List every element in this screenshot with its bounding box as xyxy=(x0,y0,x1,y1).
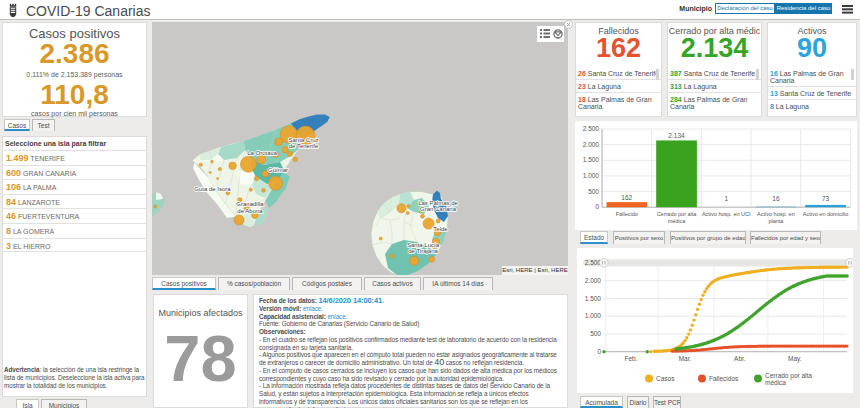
svg-text:planta: planta xyxy=(768,218,784,224)
svg-text:Fallecido: Fallecido xyxy=(616,211,638,217)
svg-text:May.: May. xyxy=(788,355,802,363)
svg-text:2.500: 2.500 xyxy=(583,125,600,132)
svg-text:La Orotava: La Orotava xyxy=(247,150,277,156)
svg-text:2.134: 2.134 xyxy=(668,132,685,139)
svg-text:Telde: Telde xyxy=(433,226,448,232)
svg-text:16: 16 xyxy=(772,195,780,202)
svg-text:Mar.: Mar. xyxy=(679,355,692,362)
svg-text:Las Palmas de: Las Palmas de xyxy=(418,200,458,206)
svg-text:Activo en domicilio: Activo en domicilio xyxy=(803,211,849,217)
svg-text:2.000: 2.000 xyxy=(583,141,600,148)
svg-text:de Tenerife: de Tenerife xyxy=(289,143,319,149)
svg-text:Granadilla: Granadilla xyxy=(236,201,264,207)
svg-text:1.000: 1.000 xyxy=(585,312,602,319)
svg-text:Santa Lucía: Santa Lucía xyxy=(407,242,440,248)
svg-text:1.500: 1.500 xyxy=(583,156,600,163)
svg-text:médica: médica xyxy=(765,379,786,386)
svg-text:0: 0 xyxy=(597,348,601,355)
svg-text:Santa Cruz: Santa Cruz xyxy=(288,137,318,143)
svg-text:0: 0 xyxy=(595,203,599,210)
svg-text:Abr.: Abr. xyxy=(734,355,746,362)
svg-text:500: 500 xyxy=(588,188,599,195)
svg-text:Gran Canaria: Gran Canaria xyxy=(420,206,457,212)
svg-text:Fallecidos: Fallecidos xyxy=(709,375,739,382)
svg-text:Feb.: Feb. xyxy=(624,355,637,362)
svg-text:1.000: 1.000 xyxy=(583,172,600,179)
svg-text:Cerrado por alta: Cerrado por alta xyxy=(657,211,698,217)
svg-text:1.500: 1.500 xyxy=(585,295,602,302)
svg-text:1: 1 xyxy=(724,195,728,202)
svg-text:Güímar: Güímar xyxy=(268,167,288,173)
svg-text:2.000: 2.000 xyxy=(585,277,602,284)
svg-text:73: 73 xyxy=(822,195,830,202)
svg-text:Activo hosp. en: Activo hosp. en xyxy=(757,211,795,217)
svg-text:Casos: Casos xyxy=(656,375,675,382)
svg-text:2.500: 2.500 xyxy=(585,259,602,266)
svg-text:500: 500 xyxy=(590,330,601,337)
svg-text:162: 162 xyxy=(621,194,632,201)
svg-text:médica: médica xyxy=(668,218,687,224)
svg-text:Guía de Isora: Guía de Isora xyxy=(194,186,231,192)
svg-text:Activo hosp. en UCI: Activo hosp. en UCI xyxy=(702,211,751,217)
svg-text:de Abona: de Abona xyxy=(237,208,263,214)
svg-text:de Tirajana: de Tirajana xyxy=(408,248,438,254)
